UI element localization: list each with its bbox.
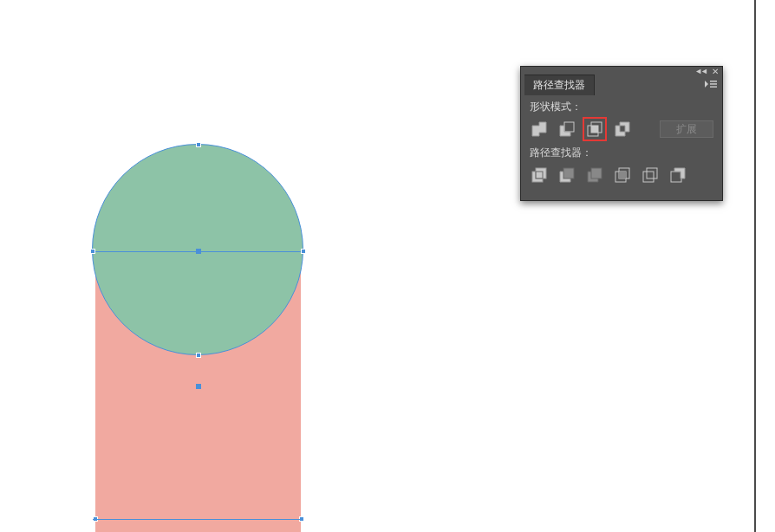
selection-edge [93,519,301,520]
svg-rect-15 [643,172,654,182]
svg-rect-14 [619,172,626,178]
svg-rect-11 [591,168,602,178]
crop-icon[interactable] [613,165,632,185]
outline-icon[interactable] [641,165,660,185]
tab-pathfinder[interactable]: 路径查找器 [524,75,595,95]
merge-icon[interactable] [585,165,604,185]
shape-modes-row: 扩展 [530,120,713,139]
shape-modes-label: 形状模式： [530,100,713,114]
selection-handle[interactable] [90,249,95,254]
selection-handle[interactable] [196,142,201,147]
selection-center[interactable] [196,384,201,389]
svg-rect-6 [591,126,598,133]
svg-rect-16 [647,168,657,178]
panel-menu-icon[interactable] [705,79,717,89]
minus-front-icon[interactable] [557,120,576,139]
selection-handle[interactable] [196,353,201,358]
panel-body: 形状模式： [521,94,722,200]
svg-rect-2 [710,87,717,88]
pathfinder-panel: ◄◄ ✕ 路径查找器 形状模式： [520,66,723,201]
svg-rect-0 [710,81,717,82]
expand-button[interactable]: 扩展 [660,120,713,138]
divide-icon[interactable] [530,165,549,185]
dock-edge [754,0,775,532]
svg-rect-10 [563,168,574,178]
exclude-icon[interactable] [613,120,632,139]
selection-handle[interactable] [301,249,306,254]
pathfinders-row [530,165,713,185]
intersect-icon[interactable] [585,120,604,139]
selection-center[interactable] [196,249,201,254]
unite-icon[interactable] [530,120,549,139]
svg-rect-1 [710,83,717,85]
collapse-icon[interactable]: ◄◄ [694,67,707,75]
close-icon[interactable]: ✕ [712,67,719,76]
minus-back-icon[interactable] [668,165,687,185]
svg-rect-3 [564,122,574,132]
panel-tabs: 路径查找器 [521,75,722,94]
pathfinders-label: 路径查找器： [530,146,713,160]
svg-rect-8 [536,168,546,178]
svg-rect-17 [671,172,681,182]
trim-icon[interactable] [557,165,576,185]
